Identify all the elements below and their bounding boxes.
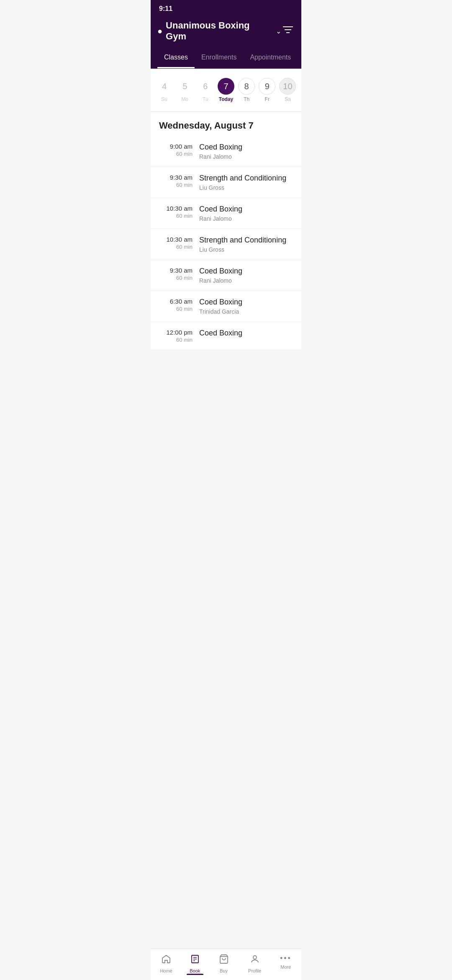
gym-selector[interactable]: ● Unanimous Boxing Gym ⌄	[157, 20, 281, 42]
date-heading: Wednesday, August 7	[151, 112, 301, 136]
tab-enrollments[interactable]: Enrollments	[195, 49, 243, 68]
class-instructor-4: Liu Gross	[199, 246, 293, 253]
bottom-nav: Home Book Buy	[151, 949, 301, 980]
class-duration-3: 60 min	[159, 213, 193, 219]
filter-button[interactable]	[281, 24, 295, 38]
class-instructor-5: Rani Jalomo	[199, 277, 293, 284]
class-item-7[interactable]: 12:00 pm 60 min Coed Boxing	[151, 322, 301, 350]
class-time-main-5: 9:30 am	[159, 267, 193, 274]
nav-book-label: Book	[190, 968, 200, 973]
calendar-strip: 4 Su 5 Mo 6 Tu 7 Today 8 Th 9 Fr 10 Sa	[151, 69, 301, 112]
svg-point-8	[253, 956, 257, 959]
day-number-4: 4	[156, 78, 173, 95]
class-info-3: Coed Boxing Rani Jalomo	[199, 205, 293, 222]
status-bar: 9:11	[151, 0, 301, 16]
day-label-mo: Mo	[181, 96, 188, 102]
class-item-1[interactable]: 9:00 am 60 min Coed Boxing Rani Jalomo	[151, 136, 301, 167]
class-time-main-3: 10:30 am	[159, 205, 193, 212]
class-name-3: Coed Boxing	[199, 205, 293, 214]
buy-icon	[219, 954, 229, 967]
class-item-4[interactable]: 10:30 am 60 min Strength and Conditionin…	[151, 229, 301, 260]
class-name-4: Strength and Conditioning	[199, 236, 293, 245]
day-number-9: 9	[259, 78, 275, 95]
calendar-day-today[interactable]: 7 Today	[216, 75, 236, 105]
tab-appointments[interactable]: Appointments	[243, 49, 298, 68]
tab-classes[interactable]: Classes	[157, 49, 195, 68]
calendar-day-sun[interactable]: 4 Su	[154, 75, 175, 105]
class-instructor-3: Rani Jalomo	[199, 215, 293, 222]
class-time-2: 9:30 am 60 min	[159, 174, 193, 188]
class-time-main-2: 9:30 am	[159, 174, 193, 181]
class-time-7: 12:00 pm 60 min	[159, 329, 193, 343]
class-item-2[interactable]: 9:30 am 60 min Strength and Conditioning…	[151, 167, 301, 198]
day-number-7: 7	[218, 78, 234, 95]
day-label-fr: Fr	[265, 96, 270, 102]
calendar-day-thu[interactable]: 8 Th	[236, 75, 257, 105]
nav-book[interactable]: Book	[185, 952, 205, 975]
class-info-2: Strength and Conditioning Liu Gross	[199, 174, 293, 191]
home-icon	[161, 954, 171, 967]
class-info-1: Coed Boxing Rani Jalomo	[199, 143, 293, 160]
class-name-1: Coed Boxing	[199, 143, 293, 152]
class-name-2: Strength and Conditioning	[199, 174, 293, 183]
nav-profile-label: Profile	[248, 968, 261, 973]
class-duration-1: 60 min	[159, 151, 193, 157]
day-number-6: 6	[197, 78, 214, 95]
class-info-7: Coed Boxing	[199, 329, 293, 339]
chevron-down-icon: ⌄	[276, 27, 281, 35]
nav-home[interactable]: Home	[154, 952, 179, 975]
class-duration-5: 60 min	[159, 275, 193, 281]
nav-buy-label: Buy	[220, 968, 228, 973]
class-time-main-7: 12:00 pm	[159, 329, 193, 336]
class-time-main-6: 6:30 am	[159, 298, 193, 305]
class-instructor-1: Rani Jalomo	[199, 153, 293, 160]
day-label-sa: Sa	[285, 96, 291, 102]
content-area: 4 Su 5 Mo 6 Tu 7 Today 8 Th 9 Fr 10 Sa W…	[151, 69, 301, 384]
status-time: 9:11	[159, 5, 172, 12]
class-info-5: Coed Boxing Rani Jalomo	[199, 267, 293, 284]
class-info-4: Strength and Conditioning Liu Gross	[199, 236, 293, 253]
book-icon	[190, 954, 200, 967]
day-number-10: 10	[279, 78, 296, 95]
class-duration-6: 60 min	[159, 306, 193, 312]
profile-icon	[250, 954, 260, 967]
class-time-1: 9:00 am 60 min	[159, 143, 193, 157]
day-label-th: Th	[244, 96, 249, 102]
class-instructor-2: Liu Gross	[199, 184, 293, 191]
class-item-6[interactable]: 6:30 am 60 min Coed Boxing Trinidad Garc…	[151, 291, 301, 322]
more-icon: •••	[280, 954, 292, 963]
nav-more-label: More	[280, 965, 291, 970]
class-time-5: 9:30 am 60 min	[159, 267, 193, 281]
calendar-day-fri[interactable]: 9 Fr	[257, 75, 277, 105]
class-name-5: Coed Boxing	[199, 267, 293, 276]
class-name-7: Coed Boxing	[199, 329, 293, 338]
class-time-6: 6:30 am 60 min	[159, 298, 193, 312]
day-label-today: Today	[219, 96, 233, 102]
class-item-5[interactable]: 9:30 am 60 min Coed Boxing Rani Jalomo	[151, 260, 301, 291]
class-time-3: 10:30 am 60 min	[159, 205, 193, 219]
nav-more[interactable]: ••• More	[273, 952, 298, 975]
calendar-day-sat[interactable]: 10 Sa	[277, 75, 298, 105]
class-time-main-1: 9:00 am	[159, 143, 193, 150]
day-label-tu: Tu	[203, 96, 208, 102]
nav-home-label: Home	[160, 968, 172, 973]
class-instructor-6: Trinidad Garcia	[199, 308, 293, 315]
gym-name: Unanimous Boxing Gym	[166, 20, 271, 42]
calendar-day-mon[interactable]: 5 Mo	[175, 75, 195, 105]
tabs-bar: Classes Enrollments Appointments	[151, 49, 301, 69]
class-info-6: Coed Boxing Trinidad Garcia	[199, 298, 293, 315]
day-number-8: 8	[238, 78, 255, 95]
header: ● Unanimous Boxing Gym ⌄	[151, 16, 301, 49]
classes-list: 9:00 am 60 min Coed Boxing Rani Jalomo 9…	[151, 136, 301, 350]
class-duration-4: 60 min	[159, 244, 193, 250]
day-number-5: 5	[177, 78, 193, 95]
day-label-su: Su	[161, 96, 167, 102]
nav-buy[interactable]: Buy	[211, 952, 236, 975]
class-item-3[interactable]: 10:30 am 60 min Coed Boxing Rani Jalomo	[151, 198, 301, 229]
class-duration-2: 60 min	[159, 182, 193, 188]
class-time-main-4: 10:30 am	[159, 236, 193, 243]
calendar-day-tue[interactable]: 6 Tu	[195, 75, 216, 105]
class-time-4: 10:30 am 60 min	[159, 236, 193, 250]
class-name-6: Coed Boxing	[199, 298, 293, 307]
nav-profile[interactable]: Profile	[242, 952, 267, 975]
